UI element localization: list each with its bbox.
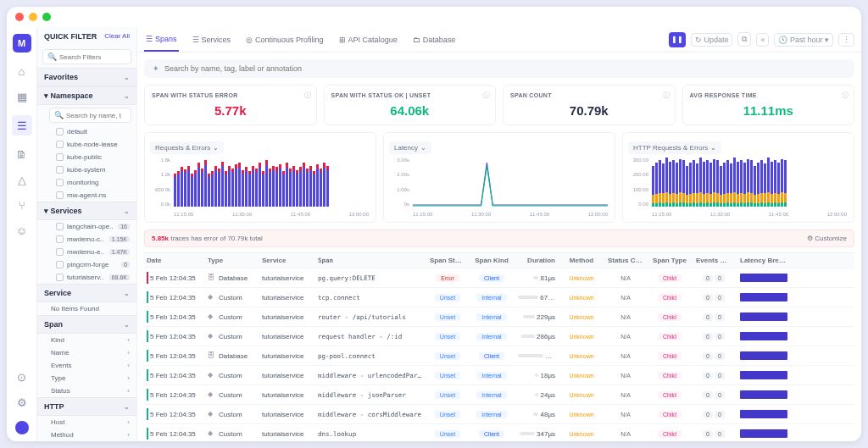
filter-search-input[interactable] xyxy=(59,53,126,61)
grid-icon[interactable]: ▦ xyxy=(15,90,29,103)
kpi-card: ⓘSPAN WITH STATUS OK | UNSET64.06k xyxy=(324,85,497,125)
more-button[interactable]: ⋮ xyxy=(838,33,854,47)
app-logo[interactable]: M xyxy=(13,34,31,53)
column-header[interactable]: Date xyxy=(144,257,202,264)
chart-dropdown[interactable]: Latency ⌄ xyxy=(389,141,431,154)
namespace-search-input[interactable] xyxy=(66,112,126,119)
column-header[interactable]: Service xyxy=(259,257,312,264)
chart-dropdown[interactable]: HTTP Requests & Errors ⌄ xyxy=(628,141,721,154)
table-row[interactable]: 5 Feb 12:04:35 ◆Custom tutorialservice t… xyxy=(144,288,854,307)
clear-all-link[interactable]: Clear All xyxy=(104,32,130,41)
namespace-item[interactable]: default xyxy=(37,125,136,138)
namespace-item[interactable]: kube-node-lease xyxy=(37,138,136,151)
update-button[interactable]: ↻ Update xyxy=(691,33,733,47)
chart-requests: Requests & Errors ⌄ 1.8k1.2k600.0k0.0k 1… xyxy=(144,132,376,223)
headset-icon[interactable]: ⊙ xyxy=(15,370,29,384)
namespace-section[interactable]: ▾ Namespace⌄ xyxy=(37,86,136,105)
customize-button[interactable]: ⚙ Customize xyxy=(807,235,847,242)
collapse-button[interactable]: « xyxy=(756,33,769,47)
column-header[interactable]: Latency Breakdown xyxy=(737,257,788,264)
http-filter-item[interactable]: Host› xyxy=(37,416,136,429)
span-section[interactable]: Span⌄ xyxy=(37,315,136,334)
column-header[interactable]: Span Status xyxy=(427,257,468,264)
info-icon[interactable]: ⓘ xyxy=(483,91,490,100)
chart-dropdown[interactable]: Requests & Errors ⌄ xyxy=(150,141,224,154)
column-header[interactable]: Method xyxy=(561,257,602,264)
file-icon[interactable]: 🗎 xyxy=(15,147,29,161)
close-dot[interactable] xyxy=(15,13,24,21)
search-icon: 🔍 xyxy=(47,53,57,61)
traces-icon[interactable]: ☰ xyxy=(12,115,32,136)
chevron-down-icon: ⌄ xyxy=(124,92,130,100)
service-item[interactable]: mwdemo-c..1.15K xyxy=(37,233,136,246)
namespace-item[interactable]: mw-agent-ns xyxy=(37,189,136,202)
minimize-dot[interactable] xyxy=(29,13,37,21)
table-row[interactable]: 5 Feb 12:04:35 ◆Custom tutorialservice m… xyxy=(144,405,854,424)
table-row[interactable]: 5 Feb 12:04:35 🗄Database tutorialservice… xyxy=(144,268,854,288)
info-icon[interactable]: ⓘ xyxy=(304,91,311,100)
main-search-input[interactable] xyxy=(164,64,846,73)
chart-latency: Latency ⌄ 3.00s2.00s1.00s0s 11:15:0011:3… xyxy=(383,132,615,223)
time-range-button[interactable]: 🕓 Past hour ▾ xyxy=(774,33,833,47)
column-header[interactable]: Span Type xyxy=(649,257,690,264)
service-item[interactable]: pingcrm-forge0 xyxy=(37,258,136,271)
column-header[interactable]: Type xyxy=(205,257,256,264)
kpi-card: ⓘSPAN COUNT70.79k xyxy=(503,85,676,125)
http-section[interactable]: HTTP⌄ xyxy=(37,397,136,416)
tab-database[interactable]: 🗀 Database xyxy=(411,27,458,52)
filter-search[interactable]: 🔍 xyxy=(42,49,131,64)
http-filter-item[interactable]: Method› xyxy=(37,429,136,441)
custom-icon: ◆ xyxy=(208,390,216,399)
service-item[interactable]: langchain-ope..16 xyxy=(37,220,136,233)
bot-icon[interactable]: ☺ xyxy=(15,224,29,237)
info-icon[interactable]: ⓘ xyxy=(663,91,670,100)
warning-icon[interactable]: △ xyxy=(15,173,29,186)
service-item[interactable]: tutorialserv..68.6K xyxy=(37,271,136,284)
tab-api[interactable]: ⊞ API Catalogue xyxy=(337,27,399,52)
copy-button[interactable]: ⧉ xyxy=(737,32,751,47)
custom-icon: ◆ xyxy=(208,371,216,379)
namespace-search[interactable]: 🔍 xyxy=(49,108,131,123)
column-header[interactable]: Events & Logs xyxy=(693,257,734,264)
table-row[interactable]: 5 Feb 12:04:35 🗄Database tutorialservice… xyxy=(144,346,854,366)
filter-sidebar: QUICK FILTER Clear All 🔍 Favorites⌄ ▾ Na… xyxy=(37,27,137,441)
main-search[interactable]: ✦ xyxy=(144,59,854,78)
custom-icon: ◆ xyxy=(208,332,216,340)
column-header[interactable]: Span Kind xyxy=(471,257,512,264)
span-filter-item[interactable]: Kind› xyxy=(37,334,136,346)
column-header[interactable]: Span xyxy=(315,257,424,264)
avatar-icon[interactable] xyxy=(15,421,29,434)
namespace-item[interactable]: monitoring xyxy=(37,176,136,189)
tab-profiling[interactable]: ◎ Continuous Profiling xyxy=(244,27,326,52)
branch-icon[interactable]: ⑂ xyxy=(15,198,29,212)
services-section[interactable]: ▾ Services⌄ xyxy=(37,202,136,220)
pause-button[interactable]: ❚❚ xyxy=(669,32,686,47)
home-icon[interactable]: ⌂ xyxy=(15,64,29,78)
chevron-down-icon: ⌄ xyxy=(124,321,130,329)
tab-services[interactable]: ☰ Services xyxy=(191,27,233,52)
custom-icon: ◆ xyxy=(208,429,216,438)
favorites-section[interactable]: Favorites⌄ xyxy=(37,68,136,86)
maximize-dot[interactable] xyxy=(42,13,51,21)
sparkle-icon: ✦ xyxy=(153,64,159,73)
service-section[interactable]: Service⌄ xyxy=(37,284,136,302)
span-filter-item[interactable]: Name› xyxy=(37,346,136,359)
span-filter-item[interactable]: Type› xyxy=(37,372,136,384)
namespace-item[interactable]: kube-public xyxy=(37,151,136,163)
chart-http: HTTP Requests & Errors ⌄ 300.00200.00100… xyxy=(622,132,854,223)
namespace-item[interactable]: kube-system xyxy=(37,163,136,176)
column-header[interactable]: Duration xyxy=(515,257,558,264)
service-item[interactable]: mwdemo-e..1.47K xyxy=(37,246,136,258)
tab-spans[interactable]: ☰ Spans xyxy=(144,27,179,52)
table-row[interactable]: 5 Feb 12:04:35 ◆Custom tutorialservice m… xyxy=(144,385,854,405)
settings-icon[interactable]: ⚙ xyxy=(15,395,29,409)
table-row[interactable]: 5 Feb 12:04:35 ◆Custom tutorialservice m… xyxy=(144,366,854,385)
span-filter-item[interactable]: Status› xyxy=(37,384,136,397)
table-row[interactable]: 5 Feb 12:04:35 ◆Custom tutorialservice r… xyxy=(144,327,854,346)
info-icon[interactable]: ⓘ xyxy=(842,91,849,100)
table-row[interactable]: 5 Feb 12:04:35 ◆Custom tutorialservice r… xyxy=(144,307,854,327)
column-header[interactable]: Status Code xyxy=(605,257,646,264)
span-filter-item[interactable]: Events› xyxy=(37,359,136,372)
error-summary: 5.85k traces has error of 70.79k total ⚙… xyxy=(144,230,854,247)
table-row[interactable]: 5 Feb 12:04:35 ◆Custom tutorialservice d… xyxy=(144,424,854,441)
